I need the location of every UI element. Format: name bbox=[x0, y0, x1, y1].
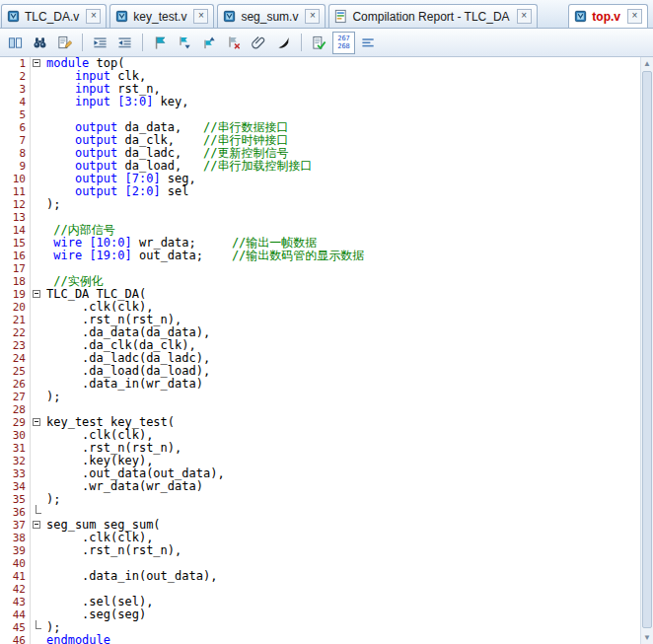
line-number: 31 bbox=[0, 442, 31, 455]
tab-tlc-da-v[interactable]: TLC_DA.v× bbox=[1, 4, 107, 28]
scroll-down-icon[interactable]: ▼ bbox=[641, 631, 653, 644]
scroll-up-icon[interactable]: ▲ bbox=[641, 57, 653, 70]
line-counter[interactable]: 267268 bbox=[332, 32, 355, 54]
line-number: 28 bbox=[0, 403, 31, 416]
line-number: 25 bbox=[0, 365, 31, 378]
tab-close-icon[interactable]: × bbox=[86, 9, 101, 24]
decrease-indent-icon[interactable] bbox=[113, 32, 136, 54]
code-text: output [2:0] sel bbox=[44, 185, 189, 198]
editor-window: TLC_DA.v×key_test.v×seg_sum.v×Compilatio… bbox=[0, 0, 653, 644]
toolbar-separator bbox=[142, 34, 143, 51]
code-line: 41 .data_in(out_data), bbox=[0, 570, 640, 583]
fold-collapse-icon[interactable] bbox=[31, 288, 44, 301]
tab-lines-icon[interactable] bbox=[357, 32, 380, 54]
fold-margin bbox=[31, 173, 44, 185]
code-lines[interactable]: 1module top(2 input clk,3 input rst_n,4 … bbox=[0, 57, 640, 644]
insert-template-icon[interactable] bbox=[272, 32, 295, 54]
tab-label: Compilation Report - TLC_DA bbox=[352, 10, 509, 24]
tab-close-icon[interactable]: × bbox=[517, 9, 532, 24]
line-number: 16 bbox=[0, 250, 31, 262]
line-number: 17 bbox=[0, 262, 31, 275]
tab-compilation-report-tlc-da[interactable]: Compilation Report - TLC_DA× bbox=[328, 4, 537, 28]
tab-key-test-v[interactable]: key_test.v× bbox=[109, 4, 214, 28]
tab-seg-sum-v[interactable]: seg_sum.v× bbox=[217, 4, 326, 28]
code-text: wire [19:0] out_data; //输出数码管的显示数据 bbox=[44, 250, 364, 262]
line-number: 45 bbox=[0, 621, 31, 634]
line-number: 21 bbox=[0, 314, 31, 326]
fold-margin bbox=[31, 365, 44, 378]
line-number: 14 bbox=[0, 224, 31, 237]
verilog-file-icon bbox=[114, 9, 129, 24]
line-number: 42 bbox=[0, 583, 31, 596]
line-number: 3 bbox=[0, 83, 31, 96]
fold-margin bbox=[31, 301, 44, 314]
clear-bookmarks-icon[interactable] bbox=[223, 32, 246, 54]
line-number: 33 bbox=[0, 467, 31, 480]
code-editor[interactable]: 1module top(2 input clk,3 input rst_n,4 … bbox=[0, 57, 653, 644]
toolbar-separator bbox=[301, 34, 302, 51]
fold-margin bbox=[31, 570, 44, 583]
code-line: 46endmodule bbox=[0, 634, 640, 644]
fold-margin bbox=[31, 339, 44, 352]
fold-collapse-icon[interactable] bbox=[31, 57, 44, 70]
fold-margin bbox=[31, 198, 44, 211]
line-number: 12 bbox=[0, 198, 31, 211]
tab-close-icon[interactable]: × bbox=[193, 9, 208, 24]
fold-margin bbox=[31, 596, 44, 608]
fold-margin bbox=[31, 455, 44, 467]
line-number: 37 bbox=[0, 519, 31, 532]
code-text: input [3:0] key, bbox=[44, 96, 189, 108]
attach-file-icon[interactable] bbox=[248, 32, 270, 54]
line-number: 41 bbox=[0, 570, 31, 583]
fold-end-marker bbox=[31, 506, 44, 519]
analyze-icon[interactable] bbox=[308, 32, 330, 54]
toggle-bookmark-icon[interactable] bbox=[149, 32, 172, 54]
code-text: .rst_n(rst_n), bbox=[44, 544, 181, 557]
line-number: 10 bbox=[0, 173, 31, 185]
fold-margin bbox=[31, 70, 44, 83]
vertical-scrollbar[interactable]: ▲ ▼ bbox=[640, 57, 653, 644]
line-number: 24 bbox=[0, 352, 31, 365]
replace-icon[interactable] bbox=[53, 32, 76, 54]
fold-margin bbox=[31, 134, 44, 147]
split-pane-icon[interactable] bbox=[4, 32, 27, 54]
fold-margin bbox=[31, 83, 44, 96]
tab-label: seg_sum.v bbox=[241, 10, 298, 24]
line-number: 40 bbox=[0, 557, 31, 570]
fold-margin bbox=[31, 237, 44, 250]
fold-collapse-icon[interactable] bbox=[31, 416, 44, 429]
tab-close-icon[interactable]: × bbox=[305, 9, 320, 24]
find-icon[interactable] bbox=[29, 32, 51, 54]
fold-margin bbox=[31, 262, 44, 275]
fold-margin bbox=[31, 224, 44, 237]
next-bookmark-icon[interactable] bbox=[174, 32, 196, 54]
tab-top-v[interactable]: top.v× bbox=[568, 4, 648, 28]
line-number: 7 bbox=[0, 134, 31, 147]
line-number: 34 bbox=[0, 480, 31, 493]
verilog-file-icon bbox=[222, 9, 237, 24]
fold-margin bbox=[31, 352, 44, 365]
fold-margin bbox=[31, 583, 44, 596]
fold-collapse-icon[interactable] bbox=[31, 519, 44, 532]
code-line: 34 .wr_data(wr_data) bbox=[0, 480, 640, 493]
code-line: 16 wire [19:0] out_data; //输出数码管的显示数据 bbox=[0, 250, 640, 262]
fold-margin bbox=[31, 326, 44, 339]
increase-indent-icon[interactable] bbox=[89, 32, 111, 54]
line-number: 46 bbox=[0, 634, 31, 644]
line-number: 20 bbox=[0, 301, 31, 314]
line-number: 22 bbox=[0, 326, 31, 339]
previous-bookmark-icon[interactable] bbox=[198, 32, 221, 54]
fold-margin bbox=[31, 403, 44, 416]
fold-margin bbox=[31, 250, 44, 262]
code-text: .wr_data(wr_data) bbox=[44, 480, 203, 493]
toolbar-separator bbox=[82, 34, 83, 51]
scrollbar-thumb[interactable] bbox=[642, 71, 652, 628]
fold-margin bbox=[31, 211, 44, 224]
line-number: 11 bbox=[0, 185, 31, 198]
fold-margin bbox=[31, 108, 44, 121]
fold-margin bbox=[31, 557, 44, 570]
fold-margin bbox=[31, 378, 44, 391]
code-line: 39 .rst_n(rst_n), bbox=[0, 544, 640, 557]
tab-close-icon[interactable]: × bbox=[627, 9, 642, 24]
code-line: 35); bbox=[0, 493, 640, 506]
